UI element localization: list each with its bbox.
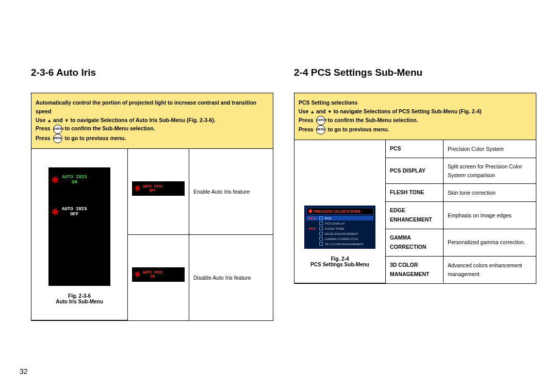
pcs-preview-cell: PRECISION COLOR SYSTEM PCSPCS PCS DISPLA… [294,140,386,283]
fig-caption: Auto Iris Sub-Menu [56,299,103,304]
fan-icon [52,176,59,183]
left-table: AUTO IRIS ON AUTO IRIS OFF [31,149,273,321]
fig-num: Fig. 2-3-6 [68,293,91,299]
row2-desc: Disable Auto Iris feature [189,234,273,320]
right-yellow-header: PCS Setting selections Use and to naviga… [294,93,536,140]
left-yellow-header: Automatically control the portion of pro… [31,93,273,149]
right-heading: 2-4 PCS Settings Sub-Menu [294,67,536,78]
fig-num: Fig. 2-4 [331,256,349,262]
row2-icon-cell: AUTO IRIS ON [128,234,189,320]
pcs-screen: PRECISION COLOR SYSTEM PCSPCS PCS DISPLA… [304,206,375,249]
menu-button-icon: MENU [53,134,62,143]
fig-caption: PCS Settings Sub-Menu [310,262,369,267]
osd-preview-cell: AUTO IRIS ON AUTO IRIS OFF [31,149,128,320]
row-label: PCS [386,140,444,158]
menu-button-icon: MENU [316,125,325,134]
left-column: 2-3-6 Auto Iris Automatically control th… [31,67,273,321]
left-heading: 2-3-6 Auto Iris [31,67,273,78]
small-osd-on: AUTO IRIS ON [132,267,185,282]
row-label: PCS DISPLAY [386,158,444,184]
page-number: 32 [20,367,28,376]
up-arrow-icon [310,108,315,114]
right-table: PRECISION COLOR SYSTEM PCSPCS PCS DISPLA… [294,140,536,283]
left-box: Automatically control the portion of pro… [31,93,273,321]
row-desc: Advanced colors enhancement management. [444,256,536,283]
row-label: EDGE ENHANCEMENT [386,202,444,229]
row-desc: Precision Color System [444,140,536,158]
enter-button-icon: ENTER [316,116,325,125]
down-arrow-icon [64,117,69,123]
row1-desc: Enable Auto Iris feature [189,149,273,235]
fan-icon [135,271,140,277]
enter-button-icon: ENTER [53,125,62,134]
left-line1: Automatically control the portion of pro… [36,99,256,114]
row1-icon-cell: AUTO IRIS OFF [128,149,189,235]
row-desc: Personalized gamma correction. [444,229,536,257]
right-column: 2-4 PCS Settings Sub-Menu PCS Setting se… [294,67,536,321]
row-label: 3D COLOR MANAGEMENT [386,256,444,283]
row-desc: Emphasis on image edges [444,202,536,229]
up-arrow-icon [47,117,52,123]
row-desc: Skin tone correction [444,184,536,202]
osd-screen: AUTO IRIS ON AUTO IRIS OFF [48,167,110,286]
fan-icon [52,208,59,215]
down-arrow-icon [327,108,332,114]
row-desc: Split screen for Precision Color System … [444,158,536,184]
small-osd-off: AUTO IRIS OFF [132,181,185,196]
row-label: FLESH TONE [386,184,444,202]
pcs-screen-title: PRECISION COLOR SYSTEM [306,208,373,215]
row-label: GAMMA CORRECTION [386,229,444,257]
fan-icon [135,185,140,191]
right-box: PCS Setting selections Use and to naviga… [294,93,536,284]
